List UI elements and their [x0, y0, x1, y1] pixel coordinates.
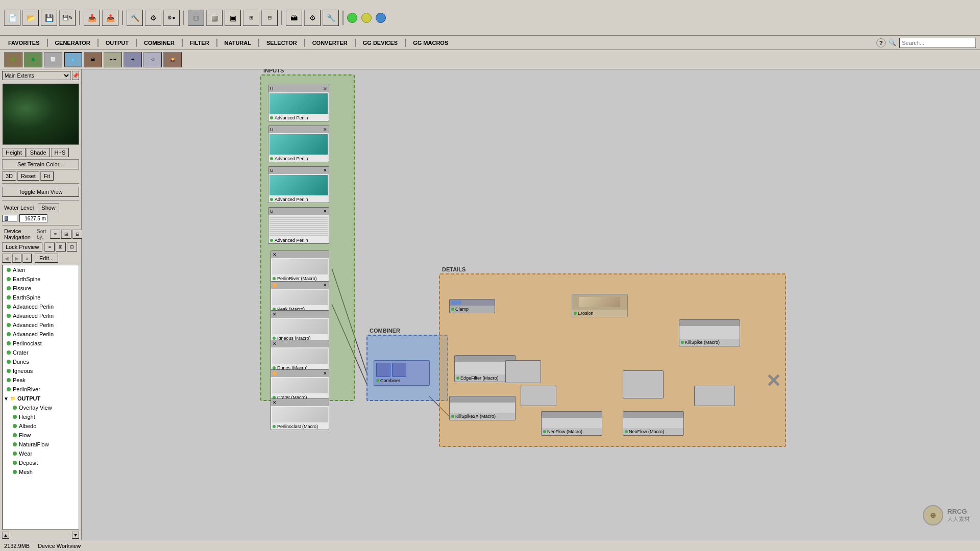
- menu-natural[interactable]: NATURAL: [220, 38, 255, 47]
- node-small-1[interactable]: [505, 360, 541, 383]
- tree-item-earthspine1[interactable]: EarthSpine: [3, 274, 79, 284]
- tree-item-earthspine2[interactable]: EarthSpine: [3, 293, 79, 302]
- tree-item-peak[interactable]: Peak: [3, 375, 79, 385]
- options-button[interactable]: ⚙: [304, 10, 321, 26]
- menu-converter[interactable]: CONVERTER: [308, 38, 352, 47]
- tab-btn-8[interactable]: ◁: [143, 52, 162, 67]
- tab-btn-6[interactable]: ⬌⬌: [104, 52, 122, 67]
- view3-button[interactable]: ▣: [225, 10, 241, 26]
- view4-button[interactable]: ⊞: [243, 10, 259, 26]
- new-button[interactable]: 📄: [4, 10, 20, 26]
- node-close-icon[interactable]: ✕: [323, 209, 327, 214]
- hs-btn[interactable]: H+S: [51, 148, 69, 157]
- node-perlinriver-macro[interactable]: ✕ PerlinRiver (Macro): [271, 251, 329, 282]
- node-close-icon[interactable]: ✕: [273, 341, 277, 346]
- node-close-icon[interactable]: ✕: [273, 400, 277, 405]
- lock-preview-btn[interactable]: Lock Preview: [2, 242, 42, 252]
- view-detail-btn[interactable]: ⊟: [67, 242, 77, 252]
- tab-btn-9[interactable]: 🌄: [163, 52, 182, 67]
- tab-btn-2[interactable]: 🌲: [24, 52, 42, 67]
- menu-favorites[interactable]: FAVORITES: [4, 38, 44, 47]
- node-tree-list[interactable]: Alien EarthSpine Fissure EarthSpine Adva…: [2, 265, 79, 530]
- tree-item-advperlin1[interactable]: Advanced Perlin: [3, 302, 79, 311]
- menu-output[interactable]: OUTPUT: [102, 38, 133, 47]
- tree-item-advperlin3[interactable]: Advanced Perlin: [3, 320, 79, 330]
- node-advanced-perlin-3[interactable]: U ✕ Advanced Perlin: [268, 166, 329, 203]
- menu-gg-devices[interactable]: GG DEVICES: [359, 38, 402, 47]
- node-peak-macro[interactable]: ✕ Peak (Macro): [271, 281, 329, 313]
- nav-fwd-btn[interactable]: ▶: [12, 254, 21, 263]
- node-neoflow-macro-1[interactable]: NeoFlow (Macro): [541, 411, 602, 436]
- node-igneous-macro[interactable]: ✕ Igneous (Macro): [271, 310, 329, 342]
- node-advanced-perlin-2[interactable]: U ✕ Advanced Perlin: [268, 126, 329, 162]
- tab-btn-1[interactable]: 🌿: [4, 52, 22, 67]
- node-crater-macro[interactable]: ✕ Crater (Macro): [271, 369, 329, 401]
- node-perlinoclast-macro[interactable]: ✕ Perlinoclast (Macro): [271, 398, 329, 430]
- view-grid-btn[interactable]: ⊞: [56, 242, 66, 252]
- save-button[interactable]: 💾: [41, 10, 57, 26]
- node-dunes-macro[interactable]: ✕ Dunes (Macro): [271, 340, 329, 371]
- tree-item-perlinriver[interactable]: PerlinRiver: [3, 385, 79, 394]
- open-button[interactable]: 📂: [22, 10, 39, 26]
- nav-up-btn[interactable]: ▲: [22, 254, 32, 263]
- node-close-icon[interactable]: ✕: [273, 312, 277, 317]
- node-killspike2x-macro[interactable]: KillSpike2X (Macro): [449, 396, 516, 420]
- 3d-btn[interactable]: 3D: [2, 171, 16, 181]
- fit-btn[interactable]: Fit: [40, 171, 54, 181]
- view5-button[interactable]: ⊟: [261, 10, 278, 26]
- view2-button[interactable]: ▦: [206, 10, 223, 26]
- edit-btn[interactable]: Edit...: [35, 254, 58, 263]
- menu-gg-macros[interactable]: GG MACROS: [409, 38, 452, 47]
- node-advanced-perlin-1[interactable]: U ✕ Advanced Perlin: [268, 85, 329, 121]
- menu-combiner[interactable]: COMBINER: [140, 38, 179, 47]
- tree-item-perlinoclast[interactable]: Perlinoclast: [3, 339, 79, 348]
- node-small-4[interactable]: [694, 386, 735, 406]
- height-btn[interactable]: Height: [2, 148, 26, 157]
- tab-btn-5[interactable]: 🏔: [84, 52, 102, 67]
- extents-dropdown[interactable]: Main Extents: [2, 71, 71, 80]
- tree-item-height[interactable]: Height: [3, 412, 79, 421]
- water-level-slider[interactable]: [2, 215, 17, 222]
- menu-filter[interactable]: FILTER: [186, 38, 213, 47]
- view1-button[interactable]: □: [188, 10, 204, 26]
- tree-item-overlayview[interactable]: Overlay View: [3, 403, 79, 412]
- tree-group-output[interactable]: ▼ 📁 OUTPUT: [3, 394, 79, 403]
- node-killspike-macro[interactable]: KillSpike (Macro): [679, 319, 740, 346]
- tree-item-flow[interactable]: Flow: [3, 431, 79, 440]
- node-close-icon[interactable]: ✕: [323, 283, 327, 288]
- tree-item-advperlin4[interactable]: Advanced Perlin: [3, 330, 79, 339]
- tree-item-crater[interactable]: Crater: [3, 348, 79, 357]
- nav-prev-btn[interactable]: ◀: [2, 254, 11, 263]
- tree-item-igneous[interactable]: Igneous: [3, 366, 79, 375]
- node-close-icon[interactable]: ✕: [323, 86, 327, 91]
- terrain-button[interactable]: 🏔: [286, 10, 302, 26]
- build-all-button[interactable]: ⚙: [145, 10, 161, 26]
- node-small-3[interactable]: [623, 370, 664, 398]
- node-close-icon[interactable]: ✕: [323, 371, 327, 376]
- sort-mode-1[interactable]: ≡: [50, 230, 60, 239]
- node-close-icon[interactable]: ✕: [323, 127, 327, 132]
- tree-item-advperlin2[interactable]: Advanced Perlin: [3, 311, 79, 320]
- import-button[interactable]: 📥: [84, 10, 100, 26]
- tab-btn-4[interactable]: 💧: [64, 52, 82, 67]
- node-close-icon[interactable]: ✕: [273, 252, 277, 257]
- extents-pin[interactable]: 📌: [72, 71, 79, 80]
- sort-mode-2[interactable]: ⊞: [61, 230, 71, 239]
- tree-item-albedo[interactable]: Albedo: [3, 421, 79, 431]
- menu-generator[interactable]: GENERATOR: [51, 38, 94, 47]
- node-advanced-perlin-4[interactable]: U ✕ Advanced Perlin: [268, 207, 329, 244]
- water-show-btn[interactable]: Show: [38, 203, 59, 212]
- node-erosion[interactable]: Erosion: [572, 294, 628, 317]
- export-button[interactable]: 📤: [102, 10, 118, 26]
- shade-btn[interactable]: Shade: [27, 148, 50, 157]
- save-as-button[interactable]: 💾✎: [59, 10, 76, 26]
- tree-item-wear[interactable]: Wear: [3, 449, 79, 458]
- build-button[interactable]: 🔨: [127, 10, 143, 26]
- node-combiner[interactable]: Combiner: [374, 360, 430, 386]
- node-canvas[interactable]: INPUTS U ✕ Advanced Perlin U ✕ Advanced: [82, 69, 980, 540]
- set-terrain-color-btn[interactable]: Set Terrain Color...: [2, 159, 79, 169]
- tree-item-naturalflow[interactable]: NaturalFlow: [3, 440, 79, 449]
- node-small-2[interactable]: [521, 386, 556, 406]
- scroll-up-btn[interactable]: ▲: [2, 532, 9, 539]
- view-list-btn[interactable]: ≡: [44, 242, 55, 252]
